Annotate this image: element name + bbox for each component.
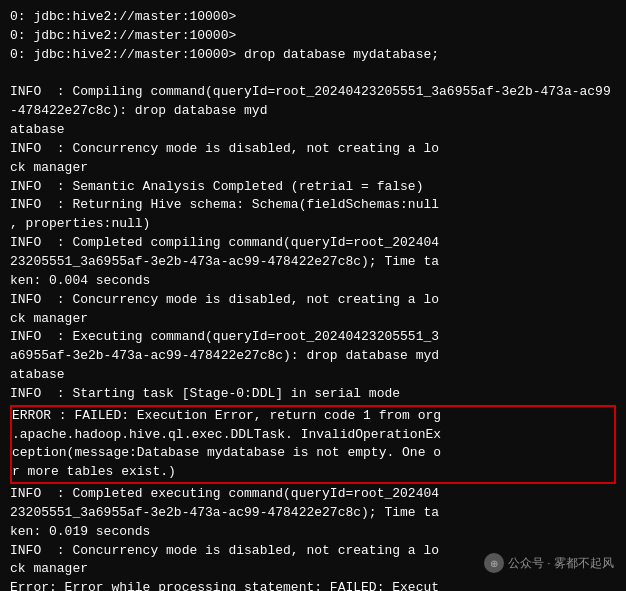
terminal-line-21: INFO : Completed executing command(query…: [10, 485, 616, 504]
terminal-line-16: ck manager: [10, 310, 616, 329]
terminal-line-12: INFO : Completed compiling command(query…: [10, 234, 616, 253]
terminal-line-17: INFO : Executing command(queryId=root_20…: [10, 328, 616, 347]
watermark: ⊕ 公众号 · 雾都不起风: [484, 553, 614, 573]
error-block: ERROR : FAILED: Execution Error, return …: [10, 405, 616, 484]
terminal-line-6: atabase: [10, 121, 616, 140]
terminal-line-18: a6955af-3e2b-473a-ac99-478422e27c8c): dr…: [10, 347, 616, 366]
terminal-line-26: Error: Error while processing statement:…: [10, 579, 616, 591]
terminal-line-15: INFO : Concurrency mode is disabled, not…: [10, 291, 616, 310]
error-line-1: ERROR : FAILED: Execution Error, return …: [12, 407, 614, 426]
terminal-line-2: 0: jdbc:hive2://master:10000>: [10, 27, 616, 46]
terminal-line-9: INFO : Semantic Analysis Completed (retr…: [10, 178, 616, 197]
error-line-4: r more tables exist.): [12, 463, 614, 482]
terminal-window: 0: jdbc:hive2://master:10000> 0: jdbc:hi…: [0, 0, 626, 591]
terminal-line-11: , properties:null): [10, 215, 616, 234]
error-line-3: ception(message:Database mydatabase is n…: [12, 444, 614, 463]
error-line-2: .apache.hadoop.hive.ql.exec.DDLTask. Inv…: [12, 426, 614, 445]
terminal-line-14: ken: 0.004 seconds: [10, 272, 616, 291]
terminal-line-7: INFO : Concurrency mode is disabled, not…: [10, 140, 616, 159]
terminal-line-13: 23205551_3a6955af-3e2b-473a-ac99-478422e…: [10, 253, 616, 272]
terminal-line-19: atabase: [10, 366, 616, 385]
watermark-icon: ⊕: [484, 553, 504, 573]
watermark-text: 公众号 · 雾都不起风: [508, 555, 614, 572]
terminal-blank: [10, 65, 616, 84]
terminal-line-3: 0: jdbc:hive2://master:10000> drop datab…: [10, 46, 616, 65]
terminal-line-22: 23205551_3a6955af-3e2b-473a-ac99-478422e…: [10, 504, 616, 523]
terminal-line-23: ken: 0.019 seconds: [10, 523, 616, 542]
terminal-line-5: INFO : Compiling command(queryId=root_20…: [10, 83, 616, 121]
terminal-line-20: INFO : Starting task [Stage-0:DDL] in se…: [10, 385, 616, 404]
terminal-line-10: INFO : Returning Hive schema: Schema(fie…: [10, 196, 616, 215]
terminal-line-8: ck manager: [10, 159, 616, 178]
terminal-line-1: 0: jdbc:hive2://master:10000>: [10, 8, 616, 27]
